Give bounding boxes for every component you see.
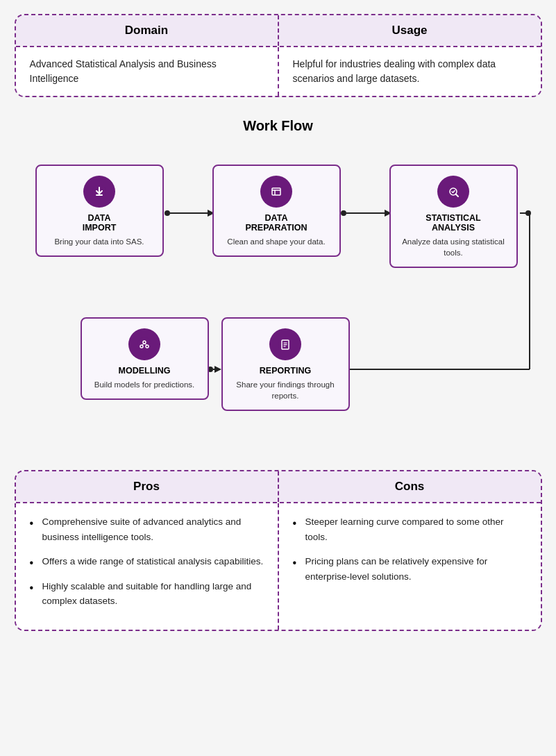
domain-usage-body-row: Advanced Statistical Analysis and Busine… xyxy=(16,47,541,96)
cons-body: Steeper learning curve compared to some … xyxy=(279,503,541,630)
reporting-title: REPORTING xyxy=(260,366,311,376)
domain-usage-header-row: Domain Usage xyxy=(16,15,541,47)
usage-value: Helpful for industries dealing with comp… xyxy=(279,47,541,96)
cons-list: Steeper learning curve compared to some … xyxy=(293,514,527,584)
usage-header: Usage xyxy=(279,15,541,46)
svg-point-23 xyxy=(137,337,151,351)
pros-cons-header-row: Pros Cons xyxy=(16,471,541,503)
workflow-box-statistical-analysis: STATISTICALANALYSIS Analyze data using s… xyxy=(389,165,518,268)
svg-point-3 xyxy=(341,210,346,216)
pros-cons-body-row: Comprehensive suite of advanced analytic… xyxy=(16,503,541,630)
reporting-icon xyxy=(269,328,301,360)
workflow-section: Work Flow xyxy=(15,118,542,449)
domain-value: Advanced Statistical Analysis and Busine… xyxy=(16,47,279,96)
reporting-desc: Share your findings through reports. xyxy=(230,379,342,401)
cons-item-1: Steeper learning curve compared to some … xyxy=(293,514,527,544)
pros-list: Comprehensive suite of advanced analytic… xyxy=(30,514,264,609)
workflow-box-reporting: REPORTING Share your findings through re… xyxy=(221,317,350,411)
pros-header: Pros xyxy=(16,471,279,502)
svg-rect-15 xyxy=(96,194,103,196)
statistical-analysis-desc: Analyze data using statistical tools. xyxy=(398,236,509,258)
svg-point-0 xyxy=(165,210,170,216)
domain-header: Domain xyxy=(16,15,279,46)
workflow-diagram: DATAIMPORT Bring your data into SAS. DAT… xyxy=(35,151,521,449)
data-preparation-icon xyxy=(260,176,292,208)
pros-body: Comprehensive suite of advanced analytic… xyxy=(16,503,279,630)
statistical-analysis-icon xyxy=(437,176,469,208)
workflow-box-data-import: DATAIMPORT Bring your data into SAS. xyxy=(35,165,164,257)
modelling-icon xyxy=(128,328,160,360)
data-preparation-desc: Clean and shape your data. xyxy=(227,236,325,247)
workflow-title: Work Flow xyxy=(15,118,542,134)
statistical-analysis-title: STATISTICALANALYSIS xyxy=(426,213,480,233)
data-import-desc: Bring your data into SAS. xyxy=(54,236,144,247)
data-import-title: DATAIMPORT xyxy=(83,213,117,233)
data-import-icon xyxy=(83,176,115,208)
workflow-box-data-preparation: DATAPREPARATION Clean and shape your dat… xyxy=(212,165,341,257)
cons-item-2: Pricing plans can be relatively expensiv… xyxy=(293,554,527,584)
pros-item-3: Highly scalable and suitable for handlin… xyxy=(30,579,264,609)
svg-point-6 xyxy=(525,210,531,216)
cons-header: Cons xyxy=(279,471,541,502)
pros-cons-table: Pros Cons Comprehensive suite of advance… xyxy=(15,470,542,631)
svg-marker-13 xyxy=(214,366,221,373)
modelling-desc: Build models for predictions. xyxy=(94,379,194,390)
svg-point-16 xyxy=(269,185,283,199)
domain-usage-table: Domain Usage Advanced Statistical Analys… xyxy=(15,14,542,97)
pros-item-1: Comprehensive suite of advanced analytic… xyxy=(30,514,264,544)
data-preparation-title: DATAPREPARATION xyxy=(245,213,307,233)
workflow-box-modelling: MODELLING Build models for predictions. xyxy=(81,317,209,400)
modelling-title: MODELLING xyxy=(119,366,171,376)
pros-item-2: Offers a wide range of statistical analy… xyxy=(30,554,264,569)
